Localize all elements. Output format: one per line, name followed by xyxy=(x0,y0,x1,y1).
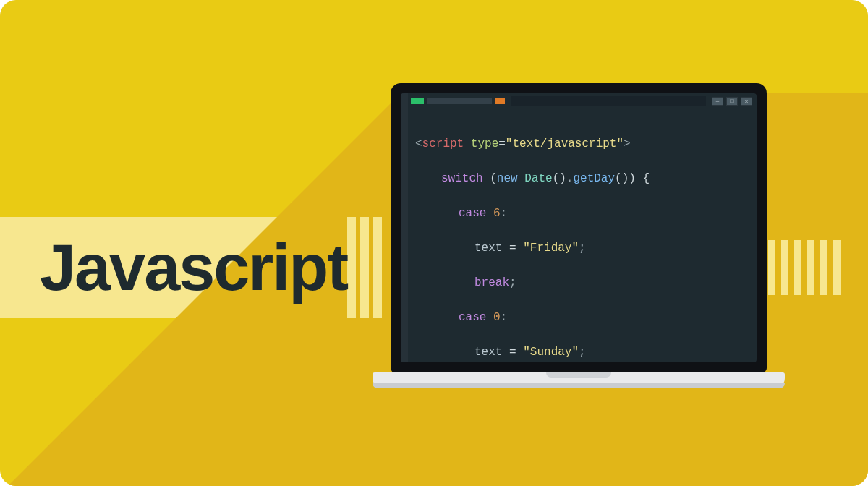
window-close-button[interactable]: x xyxy=(741,97,752,106)
code-token: 0 xyxy=(486,311,500,324)
code-token: ) xyxy=(629,172,642,185)
bar xyxy=(820,240,827,295)
laptop-base xyxy=(373,372,785,388)
decorative-bars-left xyxy=(347,217,382,318)
titlebar-fill xyxy=(511,96,706,106)
window-minimize-button[interactable]: – xyxy=(712,97,723,106)
editor-titlebar: – □ x xyxy=(408,93,757,109)
tab-indicator-active xyxy=(411,98,424,104)
editor-gutter xyxy=(401,93,408,362)
bar xyxy=(807,240,814,295)
code-block: <script type="text/javascript"> switch (… xyxy=(415,118,751,362)
code-token: new xyxy=(497,172,518,185)
window-buttons: – □ x xyxy=(712,97,752,106)
illustration-stage: Javascript – □ x xyxy=(0,0,868,486)
tab-indicator-modified xyxy=(495,98,505,104)
page-title: Javascript xyxy=(40,217,347,318)
code-token: getDay xyxy=(573,172,615,185)
code-token: () xyxy=(615,172,629,185)
bar xyxy=(833,240,841,295)
code-token: "Friday" xyxy=(523,242,579,255)
code-token: > xyxy=(624,137,631,150)
code-token: text xyxy=(475,346,502,359)
code-token: = xyxy=(502,346,523,359)
code-token: < xyxy=(415,137,422,150)
code-token: case xyxy=(459,311,486,324)
laptop-lid: – □ x <script type="text/javascript"> sw… xyxy=(391,83,767,372)
code-token: "text/javascript" xyxy=(506,137,624,150)
bar xyxy=(768,240,775,295)
code-token: case xyxy=(459,207,486,220)
code-token: . xyxy=(566,172,574,185)
code-token: ; xyxy=(579,242,586,255)
code-token: = xyxy=(502,242,523,255)
code-token: () xyxy=(553,172,566,185)
code-token: break xyxy=(475,276,509,289)
code-token: : xyxy=(501,207,508,220)
bar xyxy=(373,217,382,318)
code-token: ; xyxy=(579,346,586,359)
code-token: { xyxy=(642,172,650,185)
bar xyxy=(360,217,369,318)
laptop: – □ x <script type="text/javascript"> sw… xyxy=(391,83,767,388)
code-token: ( xyxy=(483,172,497,185)
code-token: = xyxy=(498,137,506,150)
bar xyxy=(347,217,356,318)
code-token: 6 xyxy=(486,207,500,220)
code-token xyxy=(518,172,525,185)
code-token: text xyxy=(475,242,502,255)
editor-area: – □ x <script type="text/javascript"> sw… xyxy=(408,93,757,362)
tab-indicator xyxy=(427,98,492,104)
code-token: ; xyxy=(509,276,516,289)
code-token: type xyxy=(471,137,498,150)
code-token: : xyxy=(501,311,508,324)
bar xyxy=(781,240,788,295)
bar xyxy=(794,240,801,295)
editor-screen: – □ x <script type="text/javascript"> sw… xyxy=(401,93,757,362)
code-token: "Sunday" xyxy=(523,346,579,359)
code-token: switch xyxy=(441,172,483,185)
code-token: script xyxy=(422,137,464,150)
window-maximize-button[interactable]: □ xyxy=(726,97,738,106)
page-title-text: Javascript xyxy=(40,231,347,305)
code-token: Date xyxy=(524,172,552,185)
